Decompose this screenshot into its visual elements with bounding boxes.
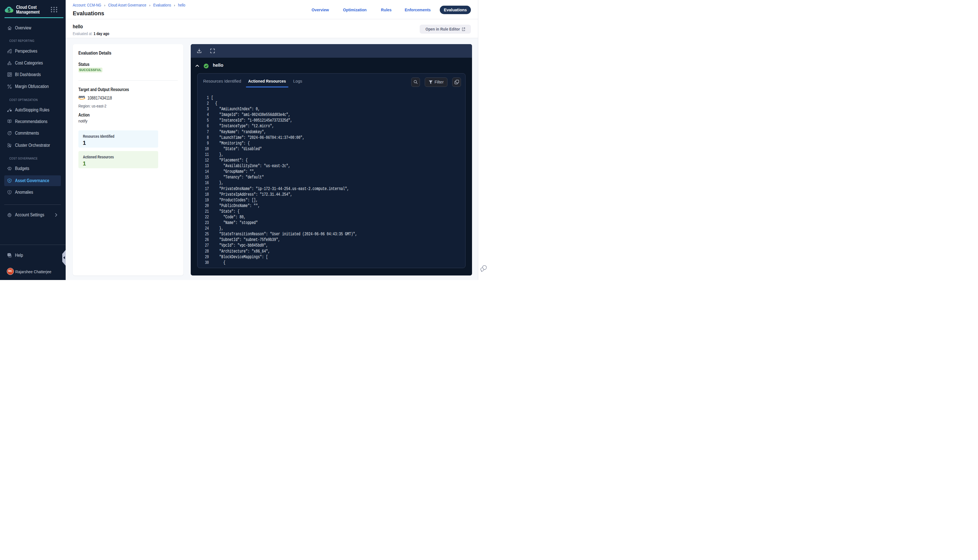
- svg-text:$: $: [9, 179, 10, 182]
- svg-text:aws: aws: [78, 95, 85, 99]
- svg-text:?: ?: [8, 253, 10, 256]
- svg-text:$: $: [8, 7, 10, 13]
- svg-text:$: $: [9, 167, 10, 170]
